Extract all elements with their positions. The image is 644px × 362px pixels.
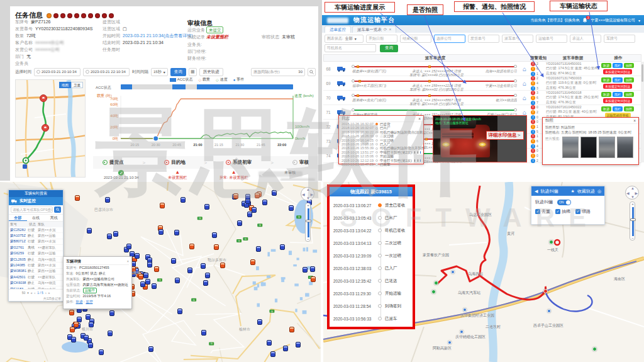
table-row[interactable]: 70西来峰××焦化厂(南区)承运人: ××× 150××××8867 详情车牌号… xyxy=(323,91,641,105)
correction-toggle[interactable]: ON xyxy=(557,200,571,205)
vehicle-marker-alarm[interactable] xyxy=(160,203,165,208)
popup-link-轨迹[interactable]: 轨迹 xyxy=(76,300,83,303)
status-button[interactable]: 未按规定时间到达 xyxy=(603,84,632,89)
poi-marker[interactable] xyxy=(460,330,464,334)
status-filter-select[interactable]: 图表状态: 全部 ▾ xyxy=(325,35,364,43)
pagination[interactable]: 50▾ «‹ 1 / 5 ›» xyxy=(9,289,63,295)
tab-在线[interactable]: 在线 xyxy=(27,215,45,221)
vehicle-marker[interactable] xyxy=(310,266,315,272)
vehicle-row[interactable]: 蒙L04085行驶蒙西××水泥 xyxy=(9,263,63,268)
popup-link-监控[interactable]: 监控 xyxy=(86,300,92,303)
op-button-轨迹[interactable]: 轨迹 xyxy=(601,63,611,68)
filter-input-运输单号[interactable]: 运输单号 xyxy=(536,35,567,43)
locate-icon[interactable]: ◎ xyxy=(597,189,601,194)
poi-marker[interactable] xyxy=(463,308,467,312)
vehicle-marker[interactable] xyxy=(252,207,257,213)
star-icon[interactable]: ★ xyxy=(571,189,575,194)
route-start-marker[interactable] xyxy=(434,281,438,285)
vehicle-marker[interactable] xyxy=(270,351,275,357)
vehicle-marker[interactable] xyxy=(245,194,250,200)
vehicle-marker[interactable] xyxy=(171,258,176,264)
map-controls[interactable]: ▲▼◀▶ +− xyxy=(625,186,639,240)
search-icon-button[interactable] xyxy=(308,68,316,76)
status-button[interactable]: 未按规定时间到达 xyxy=(603,69,632,74)
op-button-围栏[interactable]: 围栏 xyxy=(613,77,623,82)
tab-派车单一览表[interactable]: 派车单一览表⟳× xyxy=(352,26,396,33)
route-end-marker[interactable] xyxy=(543,289,548,293)
table-scrollbar[interactable] xyxy=(641,62,644,162)
export-icon-button[interactable]: ▦ xyxy=(189,68,197,76)
poi-marker[interactable] xyxy=(547,309,551,313)
zoom-slider[interactable]: +− xyxy=(305,203,311,242)
close-icon[interactable]: × xyxy=(633,118,636,123)
photo-thumbnail[interactable] xyxy=(599,137,615,158)
vehicle-marker-alarm[interactable] xyxy=(289,327,294,332)
vehicle-marker[interactable] xyxy=(296,342,301,348)
vehicle-marker[interactable] xyxy=(272,190,277,196)
op-button-围栏[interactable]: 围栏 xyxy=(613,92,623,97)
vehicle-marker[interactable] xyxy=(203,280,208,286)
checkbox-去重[interactable]: ✓去重 xyxy=(535,208,550,215)
route-start-marker[interactable] xyxy=(431,290,436,294)
vehicle-marker[interactable] xyxy=(87,228,92,234)
favorite-track-button[interactable]: 收藏轨迹 xyxy=(577,188,595,195)
playback-rate-input[interactable]: 播放间隔(条/分)30 xyxy=(251,68,305,76)
filter-input-车牌号[interactable]: 车牌号 xyxy=(604,35,635,43)
search-button[interactable] xyxy=(54,206,61,213)
vehicle-marker[interactable] xyxy=(180,197,186,203)
vehicle-marker-alarm[interactable] xyxy=(220,263,225,268)
vehicle-marker[interactable] xyxy=(126,244,131,249)
vehicle-marker[interactable] xyxy=(237,220,242,226)
op-button-轨迹[interactable]: 轨迹 xyxy=(601,106,611,111)
inspection-photo-popup[interactable]: 2018-10-26 18:05:25 速度:0km/h地点: 五虎山服务区附近… xyxy=(433,115,527,162)
vehicle-marker[interactable] xyxy=(212,232,217,238)
zoom-slider[interactable]: +− xyxy=(630,201,635,240)
vehicle-marker[interactable] xyxy=(187,268,192,273)
op-button-围栏[interactable]: 围栏 xyxy=(613,106,623,111)
vehicle-marker[interactable] xyxy=(201,263,206,269)
vehicle-marker[interactable] xyxy=(280,244,285,250)
op-button-轨迹[interactable]: 轨迹 xyxy=(601,77,611,82)
vehicle-marker[interactable] xyxy=(143,273,148,278)
vehicle-row[interactable]: 蒙C2528J行驶蒙西××水泥 xyxy=(9,227,63,233)
vehicle-marker-alarm[interactable] xyxy=(75,195,80,201)
vehicle-marker[interactable] xyxy=(105,197,110,203)
op-button-拍照[interactable]: 拍照 xyxy=(624,77,634,82)
vehicle-marker[interactable] xyxy=(177,308,182,314)
vehicle-marker[interactable] xyxy=(135,253,140,259)
track-map-quadrant[interactable]: 家景餐饮产业园乌达工业园区黄河乌海西站乌海大汽车站庆华集团经济工业园庆华精细化工… xyxy=(323,182,644,362)
vehicle-marker-alarm[interactable] xyxy=(233,193,238,199)
filter-input-开始日期[interactable]: 开始日期 xyxy=(366,35,397,43)
photo-thumbnail[interactable] xyxy=(580,137,597,158)
company-name[interactable]: 宁夏×××物流运输有限公司 xyxy=(591,18,635,23)
time-from-input[interactable]: 2023-03-21 20:10:34 xyxy=(34,68,80,76)
vehicle-marker[interactable] xyxy=(256,246,261,252)
compass-icon[interactable]: ▲▼◀▶ xyxy=(625,186,639,200)
poi-marker[interactable] xyxy=(549,240,553,244)
tab-全部[interactable]: 全部 xyxy=(9,215,27,221)
vehicle-marker[interactable] xyxy=(175,278,180,283)
compass-icon[interactable]: ▲▼◀▶ xyxy=(301,187,314,201)
driver-name-input[interactable]: 司机姓名 xyxy=(325,44,376,52)
vehicle-marker[interactable] xyxy=(108,331,113,336)
vehicle-row[interactable]: 蒙CK6038静止乌海××物流 xyxy=(9,281,63,286)
chevron-down-icon[interactable]: ▾ xyxy=(638,18,640,23)
vehicle-marker[interactable] xyxy=(109,310,114,316)
satellite-mode-button[interactable]: 卫星 xyxy=(71,82,83,88)
poi-marker[interactable] xyxy=(451,270,455,274)
history-track-button[interactable]: 历史轨迹 xyxy=(199,68,223,76)
vehicle-marker[interactable] xyxy=(267,340,272,346)
poi-marker[interactable] xyxy=(448,341,452,344)
photo-thumbnail[interactable] xyxy=(562,137,579,158)
vehicle-marker[interactable] xyxy=(147,262,152,268)
op-button-拍照[interactable]: 拍照 xyxy=(624,106,634,111)
load-speed-chart[interactable]: 载重 (吨)速度 (km/h)70吨60吨40吨20吨0吨100km/h0km/… xyxy=(93,91,319,154)
platform-query-button[interactable]: 查询 xyxy=(380,45,398,52)
notification-bell[interactable]: 3 xyxy=(582,18,587,23)
vehicle-row[interactable]: 蒙CL2605静止乌海××物流 xyxy=(9,257,63,263)
vehicle-marker[interactable] xyxy=(205,273,210,278)
filter-input-结束日期[interactable]: 结束日期 xyxy=(400,35,431,43)
vehicle-marker[interactable] xyxy=(113,231,118,237)
vehicle-marker[interactable] xyxy=(107,234,112,239)
vehicle-marker-alarm[interactable] xyxy=(70,327,75,332)
